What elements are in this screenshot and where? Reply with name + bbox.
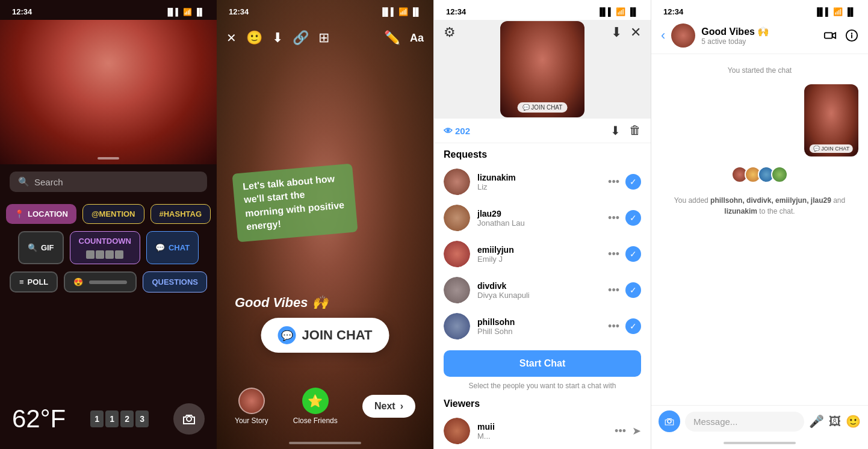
delete-icon[interactable]: 🗑: [629, 123, 641, 138]
name-divdivk: Divya Kunapuli: [477, 291, 601, 300]
close-friends-label: Close Friends: [293, 416, 338, 425]
time-4: 12:34: [663, 7, 683, 16]
text-icon[interactable]: Aa: [410, 32, 424, 45]
countdown-block-1: [86, 250, 95, 259]
chat-sticker-label: CHAT: [169, 243, 190, 252]
check-emiilyjun[interactable]: ✓: [625, 246, 641, 262]
request-info-emiilyjun: emiilyjun Emily J: [477, 245, 601, 264]
next-button[interactable]: Next ›: [362, 395, 415, 418]
story-text-overlay: Let's talk about how we'll start the mor…: [232, 164, 358, 243]
check-divdivk[interactable]: ✓: [625, 282, 641, 298]
username-divdivk: divdivk: [477, 281, 601, 291]
join-chat-sticker[interactable]: 💬 JOIN CHAT: [261, 318, 389, 353]
video-call-icon[interactable]: [823, 29, 837, 42]
panel3-action-icons: ⬇ 🗑: [610, 123, 641, 138]
status-icons-4: ▐▌▌ 📶 ▐▌: [814, 7, 856, 16]
back-button[interactable]: ‹: [661, 28, 665, 43]
close-friends-option[interactable]: ⭐ Close Friends: [293, 388, 338, 425]
close-icon[interactable]: ✕: [226, 31, 237, 45]
username-emiilyjun: emiilyjun: [477, 245, 601, 255]
countdown-block-4: [115, 250, 123, 259]
sticker-gif[interactable]: 🔍 GIF: [18, 231, 64, 264]
download-story-icon[interactable]: ⬇: [272, 30, 283, 46]
start-chat-button[interactable]: Start Chat: [444, 350, 641, 377]
more-icon-jlau29[interactable]: •••: [608, 212, 619, 224]
sticker-location[interactable]: 📍 LOCATION: [6, 204, 76, 224]
request-actions-phillsohn: ••• ✓: [608, 318, 641, 334]
gif-label: GIF: [41, 243, 54, 252]
request-item-jlau29[interactable]: jlau29 Jonathan Lau ••• ✓: [434, 200, 651, 236]
panel-story-preview: 12:34 ▐▌▌ 📶 ▐▌ ✕ 🙂 ⬇ 🔗 ⊞ ✏️ Aa Let's tal…: [217, 0, 433, 449]
chat-header-info: Good Vibes 🙌 5 active today: [701, 26, 817, 46]
name-phillsohn: Phill Sohn: [477, 327, 601, 336]
close-icon-p3[interactable]: ✕: [630, 25, 641, 40]
username-lizunakim: lizunakim: [477, 173, 601, 182]
check-phillsohn[interactable]: ✓: [625, 318, 641, 334]
message-input[interactable]: Message...: [685, 412, 804, 432]
views-count: 👁 202: [444, 126, 470, 136]
search-bar[interactable]: 🔍 Search: [10, 172, 207, 192]
mic-icon[interactable]: 🎤: [809, 414, 824, 429]
panel-chat: 12:34 ▐▌▌ 📶 ▐▌ ‹ Good Vibes 🙌 5 active t…: [651, 0, 868, 449]
link-icon[interactable]: 🔗: [293, 30, 309, 46]
check-lizunakim[interactable]: ✓: [625, 174, 641, 190]
wifi-icon-2: 📶: [398, 7, 408, 16]
request-item-phillsohn[interactable]: phillsohn Phill Sohn ••• ✓: [434, 308, 651, 344]
request-actions-emiilyjun: ••• ✓: [608, 246, 641, 262]
layout-icon[interactable]: ⊞: [318, 30, 329, 46]
emoji-icon[interactable]: 🙂: [246, 30, 262, 46]
request-item-divdivk[interactable]: divdivk Divya Kunapuli ••• ✓: [434, 272, 651, 308]
username-phillsohn: phillsohn: [477, 317, 601, 327]
download-icon-p3[interactable]: ⬇: [611, 25, 622, 40]
viewers-section-title: Viewers: [434, 392, 651, 413]
added-msg-text: You added phillsohn, divdivk, emiilyjun,…: [674, 196, 845, 215]
status-icons-2: ▐▌▌ 📶 ▐▌: [380, 7, 421, 16]
requests-section-title: Requests: [434, 143, 651, 164]
svg-rect-1: [825, 33, 832, 38]
sticker-mention[interactable]: @MENTION: [82, 204, 144, 224]
sticker-emoji-slider[interactable]: 😍: [64, 271, 137, 293]
settings-icon[interactable]: ⚙: [444, 25, 456, 40]
info-icon[interactable]: [845, 29, 858, 42]
chat-header-name: Good Vibes 🙌: [701, 26, 817, 37]
emoji-input-icon[interactable]: 🙂: [846, 414, 861, 429]
more-icon-divdivk[interactable]: •••: [608, 284, 619, 297]
more-icon-phillsohn[interactable]: •••: [608, 320, 619, 333]
sticker-poll[interactable]: ≡ POLL: [10, 271, 58, 293]
wifi-icon-3: 📶: [616, 7, 625, 16]
viewer-item-muii[interactable]: muii M... ••• ➤: [434, 413, 651, 449]
your-story-option[interactable]: Your Story: [235, 388, 268, 425]
avatar-phillsohn: [444, 313, 470, 339]
more-icon-lizunakim[interactable]: •••: [608, 176, 619, 188]
more-icon-muii[interactable]: •••: [615, 425, 626, 438]
chat-header-avatar-stack: [671, 23, 695, 48]
story-text-content: Let's talk about how we'll start the mor…: [243, 173, 345, 232]
battery-icon-2: ▐▌: [411, 7, 421, 16]
sticker-questions[interactable]: QUESTIONS: [143, 271, 207, 293]
poll-label: POLL: [28, 277, 49, 286]
sticker-hashtag[interactable]: #HASHTAG: [150, 204, 211, 224]
drag-handle[interactable]: [98, 157, 119, 159]
draw-icon[interactable]: ✏️: [384, 30, 400, 46]
sticker-countdown[interactable]: COUNTDOWN: [70, 231, 140, 264]
camera-input-button[interactable]: [659, 410, 680, 432]
request-item-lizunakim[interactable]: lizunakim Liz ••• ✓: [434, 164, 651, 200]
sticker-row-2: 🔍 GIF COUNTDOWN 💬 CHAT: [10, 231, 207, 264]
check-jlau29[interactable]: ✓: [625, 210, 641, 226]
home-indicator-4: [651, 437, 868, 449]
sticker-chat[interactable]: 💬 CHAT: [146, 231, 199, 264]
camera-capture-button[interactable]: [173, 403, 205, 435]
more-icon-emiilyjun[interactable]: •••: [608, 248, 619, 261]
request-info-lizunakim: lizunakim Liz: [477, 173, 601, 191]
status-bar-4: 12:34 ▐▌▌ 📶 ▐▌: [651, 0, 868, 20]
request-info-divdivk: divdivk Divya Kunapuli: [477, 281, 601, 300]
request-item-emiilyjun[interactable]: emiilyjun Emily J ••• ✓: [434, 236, 651, 272]
svg-point-0: [187, 416, 191, 421]
join-chat-button[interactable]: 💬 JOIN CHAT: [261, 318, 389, 353]
signal-icon-2: ▐▌▌: [380, 7, 397, 16]
image-picker-icon[interactable]: 🖼: [829, 415, 841, 429]
save-icon[interactable]: ⬇: [610, 123, 621, 138]
send-icon-muii[interactable]: ➤: [632, 424, 641, 438]
status-bar-2: 12:34 ▐▌▌ 📶 ▐▌: [217, 0, 433, 20]
story-text-box: Let's talk about how we'll start the mor…: [232, 164, 358, 243]
